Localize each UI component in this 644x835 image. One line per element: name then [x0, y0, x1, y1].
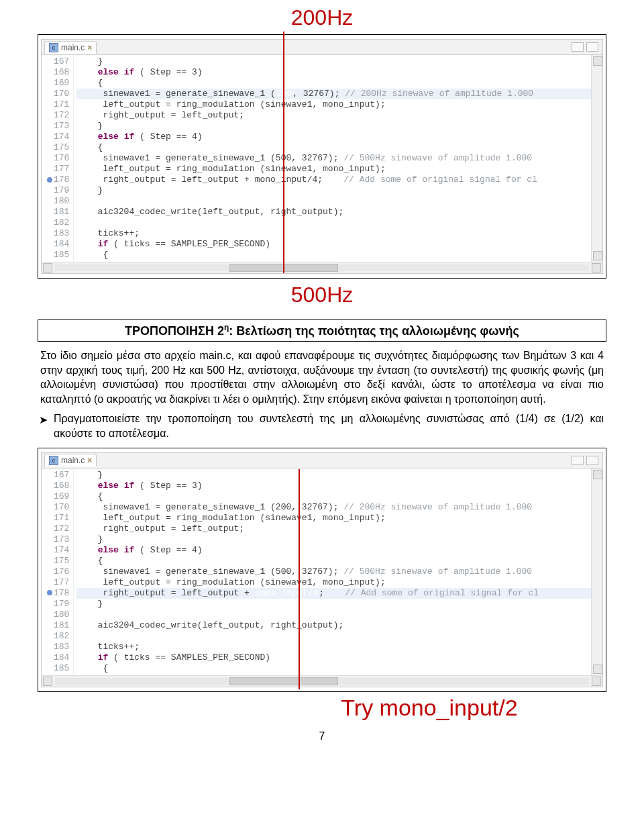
code-line: left_output = ring_modulation (sinewave1…	[76, 577, 591, 588]
line-number: 168	[47, 67, 69, 78]
line-number: 181	[47, 207, 69, 217]
code-line: }	[76, 56, 591, 67]
scroll-up-icon[interactable]	[593, 470, 602, 479]
close-icon[interactable]: ×	[87, 43, 92, 52]
minimize-icon[interactable]	[572, 42, 584, 52]
line-number: 172	[47, 524, 69, 534]
line-number: 177	[47, 164, 69, 175]
section-title-box: ΤΡΟΠΟΠΟΙΗΣΗ 2η: Βελτίωση της ποιότητας τ…	[38, 320, 606, 342]
code-line: sinewave1 = generate_sinewave_1 (200, 32…	[76, 89, 591, 99]
code-line: {	[76, 663, 591, 674]
code-line: }	[76, 534, 591, 545]
code-editor-1: c main.c × 16716816917017117217317417517…	[41, 39, 603, 274]
line-number: 179	[47, 185, 69, 196]
line-number: 178	[47, 175, 69, 185]
editor-tab-mainc[interactable]: c main.c ×	[44, 41, 97, 54]
code-line: }	[76, 185, 591, 196]
line-number: 183	[47, 228, 69, 239]
code-line: if ( ticks == SAMPLES_PER_SECOND)	[76, 652, 591, 663]
code-line: right_output = left_output + mono_input/…	[76, 175, 591, 185]
line-number: 184	[47, 239, 69, 250]
code-line: {	[76, 250, 591, 260]
maximize-icon[interactable]	[586, 456, 598, 465]
pointer-line-bottom	[299, 469, 300, 689]
vertical-scrollbar[interactable]	[591, 469, 602, 675]
code-content[interactable]: } else if ( Step == 3) { sinewave1 = gen…	[74, 469, 591, 675]
code-editor-2: c main.c × 16716816917017117217317417517…	[41, 452, 603, 687]
code-line: aic3204_codec_write(left_output, right_o…	[76, 207, 591, 217]
code-line: }	[76, 599, 591, 609]
annotation-try: Try mono_input/2	[21, 695, 623, 721]
code-line	[76, 196, 591, 207]
annotation-500hz: 500Hz	[21, 283, 623, 307]
line-number: 178	[47, 588, 69, 599]
code-line: {	[76, 491, 591, 502]
file-icon: c	[49, 456, 58, 465]
code-line: sinewave1 = generate_sinewave_1 (500, 32…	[76, 153, 591, 164]
line-number: 185	[47, 250, 69, 260]
code-line: if ( ticks == SAMPLES_PER_SECOND)	[76, 239, 591, 250]
scroll-thumb[interactable]	[229, 677, 338, 685]
code-line: ticks++;	[76, 228, 591, 239]
line-number: 172	[47, 110, 69, 121]
vertical-scrollbar[interactable]	[591, 55, 602, 262]
code-line	[76, 609, 591, 620]
pointer-line-top	[283, 32, 284, 273]
code-line: else if ( Step == 4)	[76, 545, 591, 556]
line-number: 185	[47, 663, 69, 674]
line-number: 171	[47, 513, 69, 524]
line-number: 179	[47, 599, 69, 609]
scroll-left-icon[interactable]	[43, 677, 52, 686]
line-number: 171	[47, 99, 69, 110]
code-line: else if ( Step == 4)	[76, 132, 591, 142]
scroll-right-icon[interactable]	[592, 263, 601, 273]
line-number: 175	[47, 142, 69, 153]
line-number: 184	[47, 652, 69, 663]
scroll-right-icon[interactable]	[592, 677, 601, 686]
code-content[interactable]: } else if ( Step == 3) { sinewave1 = gen…	[74, 55, 591, 262]
scroll-down-icon[interactable]	[593, 251, 602, 260]
code-line: else if ( Step == 3)	[76, 67, 591, 78]
line-number: 168	[47, 481, 69, 491]
minimize-icon[interactable]	[572, 456, 584, 465]
scroll-down-icon[interactable]	[593, 665, 602, 674]
section-title-rest: : Βελτίωση της ποιότητας της αλλοιωμένης…	[229, 324, 519, 338]
scroll-up-icon[interactable]	[593, 56, 602, 66]
code-line: {	[76, 78, 591, 89]
line-number: 181	[47, 620, 69, 631]
code-line: {	[76, 142, 591, 153]
annotation-200hz: 200Hz	[21, 5, 623, 30]
code-line: }	[76, 470, 591, 481]
horizontal-scrollbar[interactable]	[42, 262, 602, 273]
code-line: sinewave1 = generate_sinewave_1 (500, 32…	[76, 567, 591, 577]
editor-tab-mainc[interactable]: c main.c ×	[44, 454, 97, 466]
bullet-item: ➤ Πραγματοποιείστε την τροποποίηση του σ…	[54, 411, 604, 440]
code-line: aic3204_codec_write(left_output, right_o…	[76, 620, 591, 631]
code-line	[76, 217, 591, 228]
code-line: sinewave1 = generate_sinewave_1 (200, 32…	[76, 502, 591, 513]
code-line: else if ( Step == 3)	[76, 481, 591, 491]
horizontal-scrollbar[interactable]	[42, 675, 602, 687]
line-number: 175	[47, 556, 69, 567]
scroll-track[interactable]	[55, 264, 589, 271]
bullet-text: Πραγματοποιείστε την τροποποίηση του συν…	[54, 413, 604, 439]
line-number: 170	[47, 502, 69, 513]
scroll-left-icon[interactable]	[43, 263, 52, 273]
line-number: 177	[47, 577, 69, 588]
paragraph-1: Στο ίδιο σημείο μέσα στο αρχείο main.c, …	[40, 348, 604, 406]
line-number: 169	[47, 491, 69, 502]
maximize-icon[interactable]	[586, 42, 598, 52]
editor-frame-2: c main.c × 16716816917017117217317417517…	[38, 448, 606, 692]
line-gutter: 1671681691701711721731741751761771781791…	[42, 55, 74, 262]
line-number: 183	[47, 642, 69, 652]
line-number: 174	[47, 545, 69, 556]
line-number: 170	[47, 89, 69, 99]
code-line	[76, 631, 591, 642]
file-icon: c	[49, 43, 58, 52]
line-number: 176	[47, 567, 69, 577]
code-line: left_output = ring_modulation (sinewave1…	[76, 164, 591, 175]
line-number: 176	[47, 153, 69, 164]
scroll-track[interactable]	[55, 678, 589, 685]
line-number: 174	[47, 132, 69, 142]
close-icon[interactable]: ×	[87, 456, 92, 465]
